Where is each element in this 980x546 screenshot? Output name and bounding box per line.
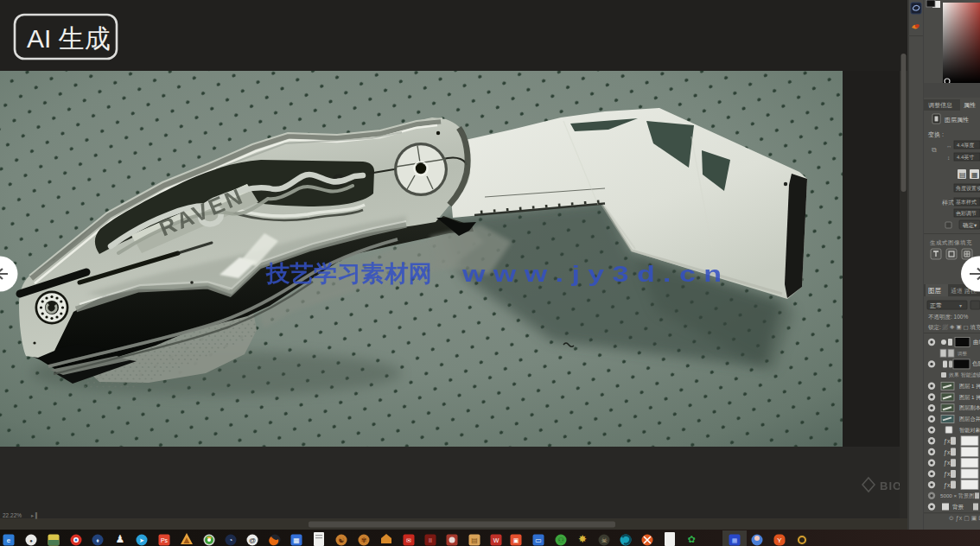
svg-text:变换 :: 变换 : [927,131,944,138]
svg-text:图层副本: 图层副本 [959,404,980,411]
svg-text:Ps: Ps [161,537,169,543]
svg-text:w w w . j y 3 d . c n: w w w . j y 3 d . c n [461,262,722,286]
svg-text:W: W [493,537,500,543]
svg-text:⊙ ƒx ▢ ▣ ⊞: ⊙ ƒx ▢ ▣ ⊞ [949,515,980,522]
svg-text:●: ● [29,538,33,543]
svg-text:确定▾: 确定▾ [963,222,977,229]
svg-text:☠: ☠ [601,536,607,544]
svg-text:样式: 样式 [942,200,954,206]
svg-text:▾: ▾ [959,303,962,308]
svg-text:ƒx: ƒx [944,471,951,478]
svg-text:曲线: 曲线 [973,339,980,346]
svg-text:▸ ▍: ▸ ▍ [31,511,40,519]
svg-text:不透明度: 100%: 不透明度: 100% [928,314,968,321]
svg-text:▭: ▭ [535,536,542,544]
svg-text:基本样式: 基本样式 [956,200,977,205]
svg-text:▦: ▦ [971,171,978,179]
svg-text:智能对象: 智能对象 [959,427,980,434]
svg-text:ƒx: ƒx [944,449,951,456]
svg-text:▦: ▦ [732,537,738,543]
svg-text:调整信息: 调整信息 [928,102,952,109]
svg-text:II: II [429,537,432,543]
svg-text:⚇: ⚇ [557,536,563,544]
svg-text:4.4英寸: 4.4英寸 [957,154,974,161]
svg-text:◔: ◔ [229,536,233,544]
svg-text:e: e [7,536,11,544]
svg-text:效果 智能滤镜: 效果 智能滤镜 [949,371,980,378]
svg-text:➤: ➤ [139,537,144,543]
svg-text:图层 1 拷贝 2: 图层 1 拷贝 2 [959,394,980,401]
svg-text:角度设置项: 角度设置项 [956,185,980,192]
svg-text:♟: ♟ [116,533,125,545]
svg-text:AI 生成: AI 生成 [27,24,111,53]
svg-text:@: @ [249,536,256,544]
svg-text:▦: ▦ [293,536,300,544]
svg-text:↕: ↕ [947,155,950,161]
svg-text:✾: ✾ [361,536,367,544]
svg-text:Y: Y [777,536,782,544]
svg-text:正常: 正常 [930,302,942,308]
svg-text:技艺学习素材网: 技艺学习素材网 [265,261,433,287]
svg-text:ƒx: ƒx [944,438,951,445]
svg-text:图层合并: 图层合并 [959,416,980,422]
svg-text:色阶: 色阶 [972,360,980,366]
svg-text:图层属性: 图层属性 [945,117,969,124]
svg-text:锁定: ▨ ✙ ▣ ▢ 填充: 锁定: ▨ ✙ ▣ ▢ 填充 [927,324,980,331]
svg-text:▤: ▤ [959,171,966,179]
svg-text:调整: 调整 [957,351,968,357]
svg-text:▣: ▣ [513,537,519,543]
svg-text:5000 × 背景图: 5000 × 背景图 [940,492,974,499]
svg-text:背景: 背景 [952,504,964,510]
svg-text:▤: ▤ [471,536,478,544]
svg-text:♦: ♦ [96,537,99,543]
svg-text:属性: 属性 [964,102,976,108]
svg-text:ƒx: ƒx [944,482,951,489]
svg-text:✿: ✿ [687,534,695,544]
svg-text:✸: ✸ [578,533,587,545]
svg-text:⧉: ⧉ [932,146,937,154]
svg-text:✉: ✉ [406,537,411,543]
svg-text:色彩调节: 色彩调节 [956,210,977,217]
svg-text:生成式图像填充: 生成式图像填充 [930,239,972,246]
svg-text:4.4厚度: 4.4厚度 [957,142,974,149]
svg-text:图层 1 拷贝: 图层 1 拷贝 [959,383,980,390]
svg-text:22.22%: 22.22% [3,512,22,518]
svg-text:☯: ☯ [338,536,344,544]
svg-text:图层: 图层 [928,287,942,295]
svg-text:ƒx: ƒx [944,460,951,467]
svg-text:↔: ↔ [946,143,952,149]
